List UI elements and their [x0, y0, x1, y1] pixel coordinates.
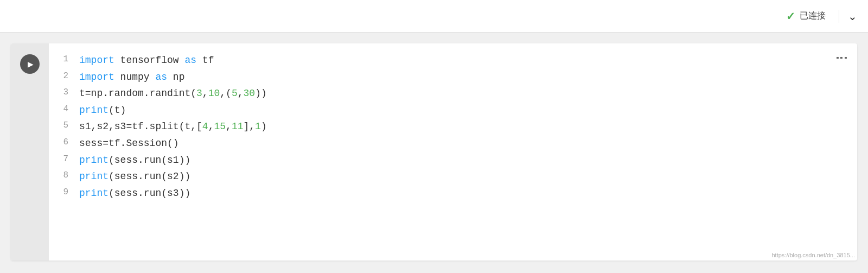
chevron-down-icon[interactable]: ⌄: [839, 10, 857, 23]
line-content: print(sess.run(s2)): [79, 168, 190, 185]
code-line-1: 1 import tensorflow as tf: [60, 52, 846, 69]
line-number: 1: [60, 52, 68, 69]
code-line-5: 5 s1,s2,s3=tf.split(t,[4,15,11],1): [60, 118, 846, 135]
line-content: import numpy as np: [79, 69, 184, 86]
code-line-3: 3 t=np.random.randint(3,10,(5,30)): [60, 85, 846, 102]
cell-sidebar: ▶: [11, 43, 49, 261]
line-content: sess=tf.Session(): [79, 135, 179, 152]
code-line-4: 4 print(t): [60, 102, 846, 119]
line-number: 2: [60, 69, 68, 86]
code-line-7: 7 print(sess.run(s1)): [60, 152, 846, 169]
code-line-6: 6 sess=tf.Session(): [60, 135, 846, 152]
more-options-button[interactable]: ⋮: [834, 52, 848, 65]
main-content: ▶ 1 import tensorflow as tf 2 import num…: [0, 33, 868, 273]
line-number: 6: [60, 135, 68, 152]
line-content: print(t): [79, 102, 126, 119]
top-bar: ✓ 已连接 ⌄: [0, 0, 868, 33]
code-line-8: 8 print(sess.run(s2)): [60, 168, 846, 185]
connected-text: 已连接: [800, 10, 826, 22]
url-watermark: https://blog.csdn.net/dn_3815...: [771, 252, 855, 258]
code-editor[interactable]: 1 import tensorflow as tf 2 import numpy…: [49, 43, 857, 261]
play-icon: ▶: [28, 60, 34, 68]
connection-status: ✓ 已连接 ⌄: [786, 10, 857, 23]
line-number: 5: [60, 118, 68, 135]
run-button[interactable]: ▶: [20, 54, 40, 74]
line-number: 4: [60, 102, 68, 119]
line-content: print(sess.run(s3)): [79, 185, 190, 202]
code-line-2: 2 import numpy as np: [60, 69, 846, 86]
line-number: 9: [60, 185, 68, 202]
line-number: 7: [60, 152, 68, 169]
line-number: 8: [60, 168, 68, 185]
line-number: 3: [60, 85, 68, 102]
line-content: s1,s2,s3=tf.split(t,[4,15,11],1): [79, 118, 267, 135]
line-content: t=np.random.randint(3,10,(5,30)): [79, 85, 267, 102]
line-content: import tensorflow as tf: [79, 52, 214, 69]
code-cell: ▶ 1 import tensorflow as tf 2 import num…: [11, 43, 857, 261]
line-content: print(sess.run(s1)): [79, 152, 190, 169]
code-line-9: 9 print(sess.run(s3)): [60, 185, 846, 202]
check-icon: ✓: [786, 10, 795, 23]
